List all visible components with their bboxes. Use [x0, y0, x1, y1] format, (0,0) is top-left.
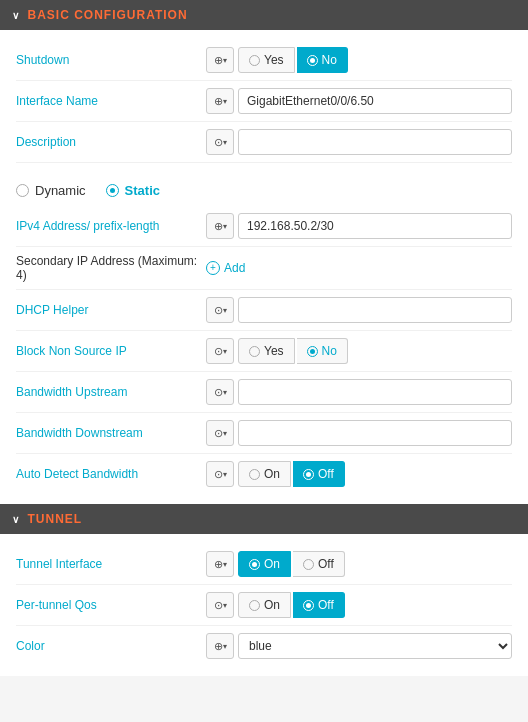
static-mode-option[interactable]: Static — [106, 183, 160, 198]
description-input[interactable] — [238, 129, 512, 155]
tunnel-interface-control: ⊕ ▾ On Off — [206, 551, 512, 577]
secondary-ip-label: Secondary IP Address (Maximum: 4) — [16, 254, 206, 282]
check-icon: ⊙ — [214, 427, 223, 440]
per-tunnel-qos-on-label: On — [264, 598, 280, 612]
block-non-source-control: ⊙ ▾ Yes No — [206, 338, 512, 364]
chevron-down-icon: ▾ — [223, 138, 227, 147]
description-check-btn[interactable]: ⊙ ▾ — [206, 129, 234, 155]
auto-detect-row: Auto Detect Bandwidth ⊙ ▾ On Off — [16, 454, 512, 494]
interface-globe-btn[interactable]: ⊕ ▾ — [206, 88, 234, 114]
auto-detect-off-btn[interactable]: Off — [293, 461, 345, 487]
block-radio-group: Yes No — [238, 338, 348, 364]
bw-upstream-control: ⊙ ▾ — [206, 379, 512, 405]
auto-detect-off-label: Off — [318, 467, 334, 481]
check-icon: ⊙ — [214, 599, 223, 612]
interface-name-label: Interface Name — [16, 94, 206, 108]
shutdown-globe-btn[interactable]: ⊕ ▾ — [206, 47, 234, 73]
interface-name-input[interactable] — [238, 88, 512, 114]
per-tunnel-qos-control: ⊙ ▾ On Off — [206, 592, 512, 618]
chevron-down-icon: ▾ — [223, 306, 227, 315]
shutdown-no-radio — [307, 55, 318, 66]
per-tunnel-qos-on-btn[interactable]: On — [238, 592, 291, 618]
tunnel-interface-off-btn[interactable]: Off — [293, 551, 345, 577]
auto-detect-on-btn[interactable]: On — [238, 461, 291, 487]
add-label: Add — [224, 261, 245, 275]
description-control: ⊙ ▾ — [206, 129, 512, 155]
bw-upstream-input[interactable] — [238, 379, 512, 405]
ipv4-input[interactable] — [238, 213, 512, 239]
ipv4-globe-btn[interactable]: ⊕ ▾ — [206, 213, 234, 239]
chevron-down-icon: ▾ — [223, 97, 227, 106]
static-label: Static — [125, 183, 160, 198]
per-tunnel-qos-on-radio — [249, 600, 260, 611]
globe-icon: ⊕ — [214, 220, 223, 233]
globe-icon: ⊕ — [214, 558, 223, 571]
check-icon: ⊙ — [214, 468, 223, 481]
per-tunnel-check-btn[interactable]: ⊙ ▾ — [206, 592, 234, 618]
dhcp-check-btn[interactable]: ⊙ ▾ — [206, 297, 234, 323]
chevron-down-icon: ▾ — [223, 560, 227, 569]
shutdown-yes-label: Yes — [264, 53, 284, 67]
mode-row: Dynamic Static — [16, 173, 512, 206]
block-no-btn[interactable]: No — [297, 338, 348, 364]
ipv4-row: IPv4 Address/ prefix-length ⊕ ▾ — [16, 206, 512, 247]
auto-detect-label: Auto Detect Bandwidth — [16, 467, 206, 481]
per-tunnel-qos-off-radio — [303, 600, 314, 611]
shutdown-row: Shutdown ⊕ ▾ Yes No — [16, 40, 512, 81]
dynamic-label: Dynamic — [35, 183, 86, 198]
bw-downstream-check-btn[interactable]: ⊙ ▾ — [206, 420, 234, 446]
shutdown-control: ⊕ ▾ Yes No — [206, 47, 512, 73]
dhcp-helper-label: DHCP Helper — [16, 303, 206, 317]
auto-detect-radio-group: On Off — [238, 461, 345, 487]
tunnel-title: TUNNEL — [28, 512, 83, 526]
globe-icon: ⊕ — [214, 95, 223, 108]
color-globe-btn[interactable]: ⊕ ▾ — [206, 633, 234, 659]
check-icon: ⊙ — [214, 386, 223, 399]
interface-name-control: ⊕ ▾ — [206, 88, 512, 114]
basic-config-header: ∨ BASIC CONFIGURATION — [0, 0, 528, 30]
basic-config-title: BASIC CONFIGURATION — [28, 8, 188, 22]
shutdown-yes-radio — [249, 55, 260, 66]
check-icon: ⊙ — [214, 136, 223, 149]
chevron-down-icon: ▾ — [223, 429, 227, 438]
description-label: Description — [16, 135, 206, 149]
block-yes-label: Yes — [264, 344, 284, 358]
color-label: Color — [16, 639, 206, 653]
bw-upstream-row: Bandwidth Upstream ⊙ ▾ — [16, 372, 512, 413]
per-tunnel-qos-off-label: Off — [318, 598, 334, 612]
basic-config-body: Shutdown ⊕ ▾ Yes No Interface Name — [0, 30, 528, 504]
tunnel-header: ∨ TUNNEL — [0, 504, 528, 534]
per-tunnel-qos-off-btn[interactable]: Off — [293, 592, 345, 618]
bw-downstream-row: Bandwidth Downstream ⊙ ▾ — [16, 413, 512, 454]
color-select[interactable]: blue red green — [238, 633, 512, 659]
auto-detect-on-radio — [249, 469, 260, 480]
shutdown-label: Shutdown — [16, 53, 206, 67]
tunnel-interface-on-btn[interactable]: On — [238, 551, 291, 577]
chevron-down-icon: ▾ — [223, 222, 227, 231]
dhcp-helper-control: ⊙ ▾ — [206, 297, 512, 323]
shutdown-yes-btn[interactable]: Yes — [238, 47, 295, 73]
add-secondary-ip-link[interactable]: + Add — [206, 261, 245, 275]
collapse-icon[interactable]: ∨ — [12, 10, 20, 21]
bw-upstream-check-btn[interactable]: ⊙ ▾ — [206, 379, 234, 405]
description-row: Description ⊙ ▾ — [16, 122, 512, 163]
chevron-down-icon: ▾ — [223, 347, 227, 356]
tunnel-collapse-icon[interactable]: ∨ — [12, 514, 20, 525]
dynamic-mode-option[interactable]: Dynamic — [16, 183, 86, 198]
block-non-source-label: Block Non Source IP — [16, 344, 206, 358]
chevron-down-icon: ▾ — [223, 601, 227, 610]
dynamic-radio — [16, 184, 29, 197]
block-yes-btn[interactable]: Yes — [238, 338, 295, 364]
bw-upstream-label: Bandwidth Upstream — [16, 385, 206, 399]
tunnel-interface-off-label: Off — [318, 557, 334, 571]
bw-downstream-label: Bandwidth Downstream — [16, 426, 206, 440]
bw-downstream-input[interactable] — [238, 420, 512, 446]
color-control: ⊕ ▾ blue red green — [206, 633, 512, 659]
tunnel-interface-globe-btn[interactable]: ⊕ ▾ — [206, 551, 234, 577]
dhcp-helper-row: DHCP Helper ⊙ ▾ — [16, 290, 512, 331]
per-tunnel-qos-row: Per-tunnel Qos ⊙ ▾ On Off — [16, 585, 512, 626]
block-check-btn[interactable]: ⊙ ▾ — [206, 338, 234, 364]
shutdown-no-btn[interactable]: No — [297, 47, 348, 73]
dhcp-helper-input[interactable] — [238, 297, 512, 323]
auto-detect-check-btn[interactable]: ⊙ ▾ — [206, 461, 234, 487]
